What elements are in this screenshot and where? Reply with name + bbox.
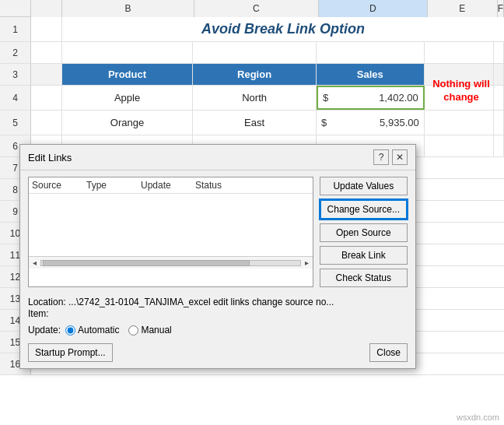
radio-group: Automatic Manual — [65, 325, 172, 335]
cell-5a — [31, 111, 62, 135]
spreadsheet: B C D E F 1 Avoid Break Link Option 2 3 … — [0, 0, 504, 425]
cell-2f — [494, 42, 504, 63]
row-num-1: 1 — [0, 17, 31, 41]
cell-2a — [31, 42, 62, 63]
cell-sales-1: $ 1,402.00 — [317, 86, 425, 110]
radio-automatic-label: Automatic — [78, 325, 119, 335]
radio-automatic[interactable]: Automatic — [65, 325, 119, 335]
update-row: Update: Automatic Manual — [20, 321, 415, 339]
col-source: Source — [32, 180, 71, 191]
cell-orange: Orange — [62, 111, 194, 135]
col-header-f: F — [498, 0, 504, 17]
horizontal-scrollbar[interactable]: ◂ ▸ — [29, 256, 313, 269]
cell-2d — [317, 42, 425, 63]
item-row: Item: — [28, 308, 408, 319]
scroll-left-arrow[interactable]: ◂ — [30, 258, 39, 267]
row-2: 2 — [0, 42, 504, 64]
cell-sales-2: $ 5,935.00 — [317, 111, 425, 135]
cell-2e — [425, 42, 494, 63]
dialog-help-button[interactable]: ? — [373, 149, 389, 165]
check-status-button[interactable]: Check Status — [320, 269, 408, 287]
scroll-right-arrow[interactable]: ▸ — [303, 258, 311, 267]
cell-6f — [494, 135, 504, 156]
col-header-e: E — [428, 0, 498, 17]
row-num-2: 2 — [0, 42, 31, 63]
currency-2: $ — [321, 117, 327, 128]
dialog-bottom-buttons: Startup Prompt... Close — [20, 339, 415, 368]
radio-manual-label: Manual — [141, 325, 171, 335]
open-source-button[interactable]: Open Source — [320, 223, 408, 242]
close-button[interactable]: Close — [369, 343, 408, 362]
change-source-button[interactable]: Change Source... — [320, 199, 408, 220]
cell-4a — [31, 86, 62, 110]
row-num-4: 4 — [0, 86, 31, 110]
radio-automatic-input[interactable] — [65, 325, 75, 335]
column-headers: B C D E F — [0, 0, 504, 17]
row-1: 1 Avoid Break Link Option — [0, 17, 504, 42]
links-list-headers: Source Type Update Status — [29, 177, 313, 194]
currency-1: $ — [323, 92, 328, 104]
watermark: wsxdn.com — [457, 413, 499, 422]
dialog-right-buttons: Update Values Change Source... Open Sour… — [320, 177, 408, 287]
col-header-b: B — [62, 0, 194, 17]
col-header-c: C — [194, 0, 319, 17]
amount-1: 1,402.00 — [379, 92, 418, 104]
scrollbar-track[interactable] — [40, 260, 301, 266]
radio-manual-input[interactable] — [128, 325, 138, 335]
cell-6e — [425, 135, 494, 156]
update-values-button[interactable]: Update Values — [320, 177, 408, 195]
row-num-5: 5 — [0, 111, 31, 135]
cell-2b — [62, 42, 194, 63]
col-region-header: Region — [193, 64, 317, 85]
row-num-3: 3 — [0, 64, 31, 85]
dialog-info: Location: ...\2742_31-0104_TANJIMA_excel… — [20, 293, 415, 321]
edit-links-dialog: Edit Links ? ✕ Source Type Update Status — [19, 144, 416, 369]
dialog-titlebar: Edit Links ? ✕ — [20, 145, 415, 170]
cell-5f — [494, 111, 504, 135]
cell-5e — [425, 111, 494, 135]
col-header-a — [31, 0, 62, 17]
cell-3a — [31, 64, 62, 85]
cell-2c — [193, 42, 317, 63]
radio-manual[interactable]: Manual — [128, 325, 171, 335]
links-list-content — [29, 194, 313, 256]
nothing-will-change-label: Nothing will change — [426, 78, 496, 104]
col-header-d: D — [319, 0, 428, 17]
dialog-body: Source Type Update Status ◂ ▸ — [20, 170, 415, 293]
cell-1a — [31, 17, 62, 41]
links-listbox[interactable]: Source Type Update Status ◂ ▸ — [28, 177, 313, 287]
cell-east: East — [193, 111, 317, 135]
table-row-orange: 5 Orange East $ 5,935.00 — [0, 111, 504, 135]
startup-prompt-button[interactable]: Startup Prompt... — [28, 343, 113, 362]
dialog-title: Edit Links — [28, 152, 72, 163]
cell-apple: Apple — [62, 86, 194, 110]
spreadsheet-title: Avoid Break Link Option — [62, 17, 504, 41]
col-type: Type — [86, 180, 125, 191]
update-label: Update: — [28, 325, 61, 335]
amount-2: 5,935.00 — [380, 117, 419, 128]
col-status: Status — [195, 180, 234, 191]
col-sales-header: Sales — [317, 64, 425, 85]
col-update: Update — [141, 180, 180, 191]
corner-cell — [0, 0, 31, 16]
location-row: Location: ...\2742_31-0104_TANJIMA_excel… — [28, 297, 408, 307]
dialog-controls: ? ✕ — [373, 149, 408, 165]
cell-north: North — [193, 86, 317, 110]
break-link-button[interactable]: Break Link — [320, 246, 408, 265]
listbox-container: Source Type Update Status ◂ ▸ — [28, 177, 313, 287]
scrollbar-thumb[interactable] — [43, 260, 250, 266]
dialog-close-button[interactable]: ✕ — [392, 149, 408, 165]
col-product-header: Product — [62, 64, 194, 85]
